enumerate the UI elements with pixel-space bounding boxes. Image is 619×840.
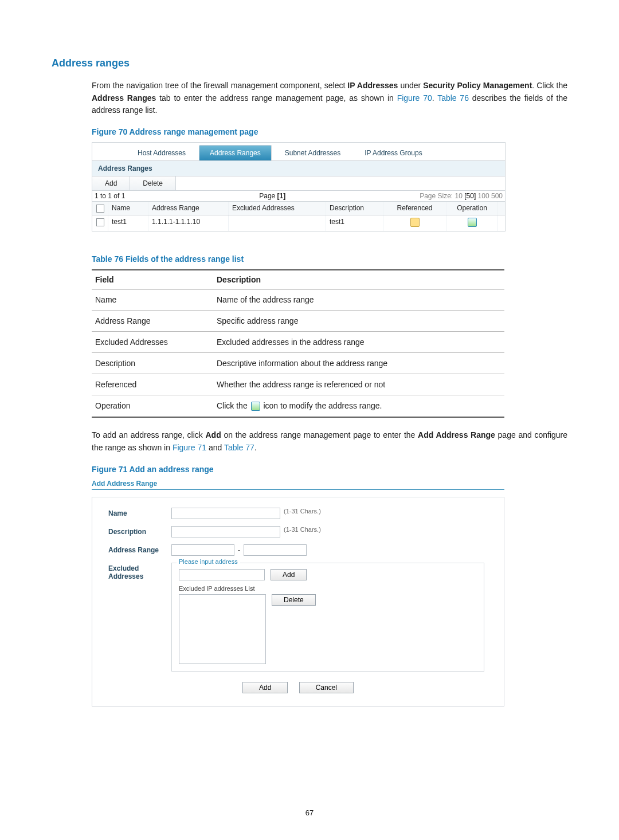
page-label: Page [259, 192, 275, 200]
record-count: 1 to 1 of 1 [95, 192, 125, 200]
form-actions: Add Cancel [108, 682, 488, 693]
bold-text: Security Policy Management [423, 81, 532, 90]
text: under [398, 81, 423, 90]
figure-71-caption: Figure 71 Add an address range [92, 465, 567, 474]
bold-text: Add [206, 430, 221, 439]
select-all-checkbox[interactable] [96, 205, 104, 213]
excluded-listbox[interactable] [179, 594, 266, 664]
bold-text: Address Ranges [92, 93, 156, 103]
modify-icon [251, 402, 260, 411]
figure-71-screenshot: Add Address Range Name (1-31 Chars.) Des… [92, 480, 504, 706]
table-ref-link[interactable]: Table 77 [224, 443, 254, 452]
cell-desc: Excluded addresses in the address range [213, 331, 504, 352]
intro-paragraph: From the navigation tree of the firewall… [92, 80, 567, 117]
label-address-range: Address Range [108, 544, 171, 554]
description-input[interactable] [171, 526, 280, 537]
figure-ref-link[interactable]: Figure 70 [397, 93, 432, 103]
text: . [432, 93, 437, 103]
col-operation: Operation [446, 202, 498, 215]
cell-desc: Whether the address range is referenced … [213, 374, 504, 395]
col-name: Name [108, 202, 148, 215]
text: From the navigation tree of the firewall… [92, 81, 347, 90]
th-field: Field [92, 270, 213, 289]
tab-ip-address-groups[interactable]: IP Address Groups [354, 145, 433, 160]
add-range-paragraph: To add an address range, click Add on th… [92, 429, 567, 454]
table-row: Excluded Addresses Excluded addresses in… [92, 331, 504, 352]
label-excluded-addresses: Excluded Addresses [108, 563, 171, 580]
figure-70-screenshot: Host Addresses Address Ranges Subnet Add… [92, 142, 506, 231]
table-76-caption: Table 76 Fields of the address range lis… [92, 254, 567, 264]
page-number: 67 [0, 808, 619, 817]
fieldset-legend: Please input address [177, 558, 240, 565]
cell-field: Address Range [92, 310, 213, 331]
page-size-50[interactable]: [50] [464, 192, 476, 200]
cell-description: test1 [326, 215, 383, 231]
modify-icon[interactable] [468, 218, 477, 227]
range-end-input[interactable] [244, 544, 307, 556]
cell-name: test1 [108, 215, 148, 231]
text: icon to modify the address range. [261, 401, 382, 410]
cell-field: Excluded Addresses [92, 331, 213, 352]
th-description: Description [213, 270, 504, 289]
text: To add an address range, click [92, 430, 206, 439]
description-hint: (1-31 Chars.) [284, 526, 321, 533]
text: and [206, 443, 224, 452]
cell-field: Name [92, 289, 213, 310]
name-hint: (1-31 Chars.) [284, 508, 321, 515]
text: on the address range management page to … [221, 430, 418, 439]
label-name: Name [108, 508, 171, 517]
name-input[interactable] [171, 508, 280, 519]
submit-add-button[interactable]: Add [242, 682, 288, 693]
figure-70-caption: Figure 70 Address range management page [92, 127, 567, 136]
add-excluded-button[interactable]: Add [271, 569, 307, 580]
text: . [254, 443, 257, 452]
col-address-range: Address Range [148, 202, 229, 215]
table-row: Referenced Whether the address range is … [92, 374, 504, 395]
cell-desc: Click the icon to modify the address ran… [213, 395, 504, 417]
table-row: Operation Click the icon to modify the a… [92, 395, 504, 417]
text: Click the [217, 401, 250, 410]
table-row: Address Range Specific address range [92, 310, 504, 331]
referenced-icon [410, 218, 420, 227]
delete-excluded-button[interactable]: Delete [272, 594, 316, 606]
col-description: Description [326, 202, 383, 215]
cell-field: Referenced [92, 374, 213, 395]
row-checkbox[interactable] [96, 218, 104, 226]
panel-title: Address Ranges [92, 161, 505, 176]
tab-bar: Host Addresses Address Ranges Subnet Add… [92, 143, 505, 161]
tab-address-ranges[interactable]: Address Ranges [199, 145, 272, 160]
page-size-500[interactable]: 500 [491, 192, 503, 200]
cancel-button[interactable]: Cancel [299, 682, 354, 693]
add-button[interactable]: Add [92, 176, 130, 190]
text: tab to enter the address range managemen… [156, 93, 397, 103]
text: . Click the [532, 81, 567, 90]
cell-desc: Name of the address range [213, 289, 504, 310]
range-separator: - [238, 546, 240, 554]
cell-range: 1.1.1.1-1.1.1.10 [148, 215, 229, 231]
excluded-list-label: Excluded IP addresses List [179, 585, 477, 592]
table-row: Description Descriptive information abou… [92, 352, 504, 374]
table-76: Field Description Name Name of the addre… [92, 269, 504, 418]
delete-button[interactable]: Delete [130, 176, 176, 190]
table-row: Name Name of the address range [92, 289, 504, 310]
cell-field: Operation [92, 395, 213, 417]
tab-host-addresses[interactable]: Host Addresses [127, 145, 197, 160]
cell-desc: Specific address range [213, 310, 504, 331]
section-heading: Address ranges [52, 57, 567, 69]
page-size-100[interactable]: 100 [478, 192, 489, 200]
form-box: Name (1-31 Chars.) Description (1-31 Cha… [92, 497, 504, 706]
page-size-label: Page Size: [420, 192, 453, 200]
tab-subnet-addresses[interactable]: Subnet Addresses [274, 145, 351, 160]
excluded-address-input[interactable] [179, 569, 265, 580]
col-excluded: Excluded Addresses [229, 202, 326, 215]
table-ref-link[interactable]: Table 76 [437, 93, 469, 103]
paginator: 1 to 1 of 1 Page [1] Page Size: 10 [50] … [92, 191, 505, 202]
form-title: Add Address Range [92, 480, 504, 490]
cell-desc: Descriptive information about the addres… [213, 352, 504, 374]
page-number-current: [1] [277, 192, 286, 200]
range-start-input[interactable] [171, 544, 234, 556]
figure-ref-link[interactable]: Figure 71 [173, 443, 206, 452]
table-row: test1 1.1.1.1-1.1.1.10 test1 [92, 215, 505, 231]
page-size-10[interactable]: 10 [455, 192, 463, 200]
cell-field: Description [92, 352, 213, 374]
